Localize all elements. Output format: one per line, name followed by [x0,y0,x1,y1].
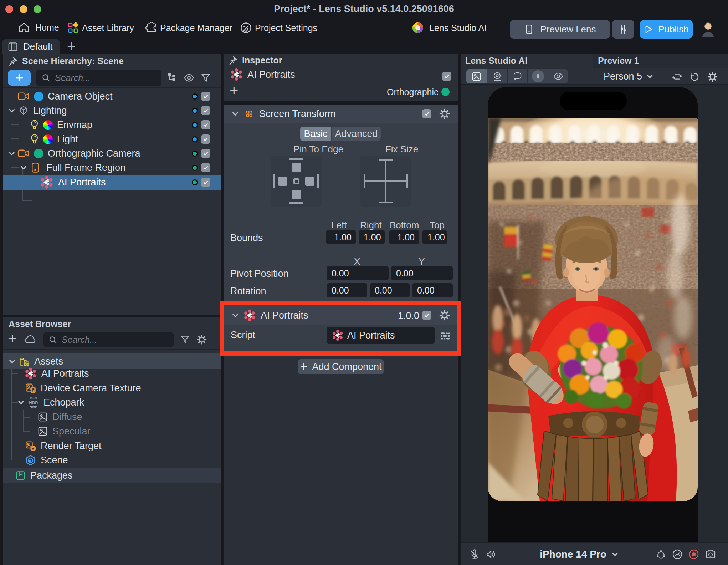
svg-text:HDR: HDR [29,400,38,405]
